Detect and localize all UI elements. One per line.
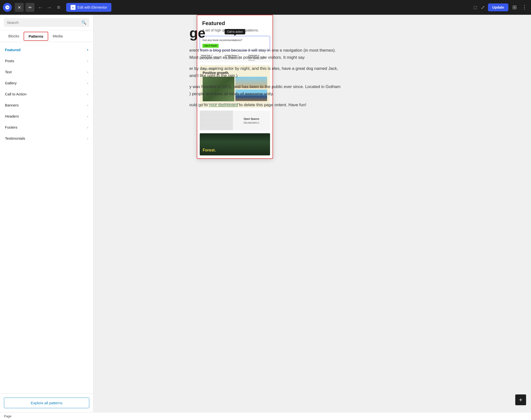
panel-toggle-button[interactable]: ⊞ [510,3,519,12]
close-button[interactable]: ✕ [15,3,24,12]
spaces-title: Open Spaces [244,118,259,120]
sidebar: 🔍 Blocks Patterns Media Featured › Posts… [0,15,93,412]
main-area: 🔍 Blocks Patterns Media Featured › Posts… [0,15,531,412]
content-area: Featured A set of high quality curated p… [93,15,531,412]
chevron-right-icon: › [87,81,88,85]
page-text-content: ge erent from a blog post because it wil… [180,20,352,117]
chevron-right-icon: › [87,136,88,140]
edit-elementor-button[interactable]: e Edit with Elementor [66,3,112,12]
page-paragraph-1: erent from a blog post because it will s… [189,47,342,61]
back-button[interactable]: ← [36,4,44,11]
page-paragraph-3: y was founded in 1971, and has been to t… [189,83,342,98]
spaces-case-study-link[interactable]: See case study ↗ [244,121,259,123]
more-options-button[interactable]: ⋮ [521,3,528,12]
sidebar-item-headers[interactable]: Headers › [0,111,93,122]
chevron-right-icon: › [87,103,88,107]
toolbar: ✕ ✏ ← → ≡ e Edit with Elementor □ ⤢ Upda… [0,0,531,15]
wp-logo[interactable] [3,3,12,12]
update-button[interactable]: Update [488,3,508,11]
chevron-right-icon: › [87,114,88,118]
chevron-right-icon: › [87,59,88,63]
search-input-wrap[interactable]: 🔍 [4,18,89,27]
tab-blocks[interactable]: Blocks [4,30,24,42]
tab-strip: Blocks Patterns Media [0,30,93,42]
sidebar-item-banners[interactable]: Banners › [0,100,93,111]
forest-text: Forest. [203,148,216,152]
sidebar-item-text[interactable]: Text › [0,66,93,77]
edit-pen-button[interactable]: ✏ [26,3,34,12]
pattern-forest-card[interactable]: Forest. [200,133,270,155]
sidebar-list: Featured › Posts › Text › Gallery › Call… [0,42,93,393]
chevron-right-icon: › [87,70,88,74]
view-window-button[interactable]: □ [473,4,478,11]
page-content-wrapper: ge erent from a blog post because it wil… [180,20,526,117]
sidebar-search-area: 🔍 [0,15,93,30]
tab-media[interactable]: Media [48,30,67,42]
explore-btn-wrap: Explore all patterns [0,393,93,412]
search-icon: 🔍 [81,20,86,25]
add-block-button[interactable]: + [515,394,526,405]
forward-button[interactable]: → [45,4,53,11]
sidebar-item-testimonials[interactable]: Testimonials › [0,133,93,144]
explore-all-patterns-button[interactable]: Explore all patterns [4,398,89,408]
page-title: ge [189,25,342,41]
elementor-icon: e [71,5,76,10]
sidebar-item-featured[interactable]: Featured › [0,44,93,55]
page-paragraph-4: ould go to your dashboard to delete this… [189,102,342,109]
chevron-right-icon: › [87,92,88,96]
chevron-right-icon: › [87,125,88,129]
cta-tooltip: Call to action [225,29,245,34]
sidebar-item-footers[interactable]: Footers › [0,122,93,133]
new-tab-button[interactable]: ⤢ [480,3,486,11]
wordpress-icon [5,5,10,10]
sidebar-item-gallery[interactable]: Gallery › [0,77,93,89]
bottom-bar: Page [0,412,531,420]
tab-patterns[interactable]: Patterns [24,32,48,41]
page-paragraph-2: er by day, aspiring actor by night, and … [189,65,342,79]
dashboard-link[interactable]: your dashboard [209,103,238,107]
sidebar-item-posts[interactable]: Posts › [0,55,93,66]
nav-buttons: ← → [36,4,53,11]
search-input[interactable] [7,20,79,25]
page-label: Page [4,414,11,418]
sidebar-item-call-to-action[interactable]: Call to Action › [0,89,93,100]
lines-icon[interactable]: ≡ [55,4,62,11]
chevron-right-icon: › [87,47,88,52]
